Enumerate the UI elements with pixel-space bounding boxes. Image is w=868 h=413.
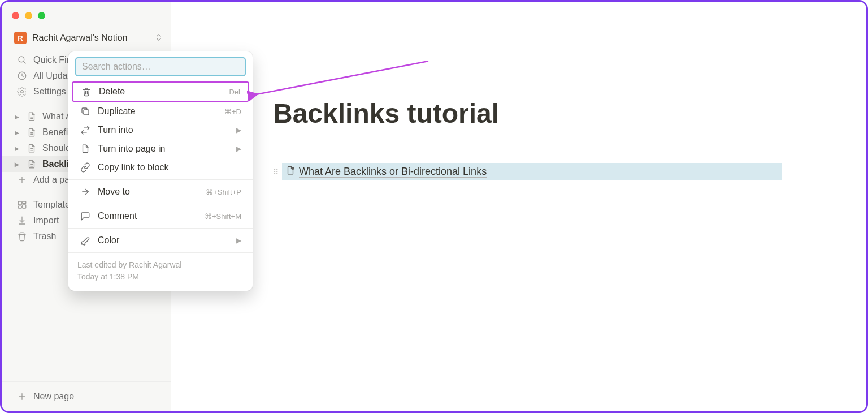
keyboard-shortcut: ⌘+D [224,107,241,116]
page-title[interactable]: Backlinks tutorial [273,98,810,129]
context-menu-item-label: Copy link to block [98,162,235,173]
context-menu-item-label: Delete [99,87,222,97]
sidebar-item-label: Settings [33,87,66,97]
svg-rect-15 [23,201,26,204]
app-window: R Rachit Agarwal's Notion Quick Find All… [0,0,868,413]
page-content: Backlinks tutorial ⠿ What Are Backlinks … [171,2,866,411]
keyboard-shortcut: ⌘+Shift+M [205,212,241,221]
context-menu-item-label: Duplicate [98,106,218,117]
page-link-icon [285,165,296,178]
last-edited-by: Last edited by Rachit Agarwal [77,259,244,271]
workspace-name: Rachit Agarwal's Notion [32,33,149,43]
context-menu-item-turn-into-page-in[interactable]: Turn into page in▶ [72,140,249,158]
drag-handle-icon[interactable]: ⠿ [273,167,277,177]
context-menu-item-delete[interactable]: DeleteDel [72,81,249,102]
caret-right-icon[interactable]: ▶ [13,161,21,167]
context-menu-search-input[interactable] [75,57,246,76]
page-icon [27,111,37,122]
minimize-window-button[interactable] [25,12,32,19]
duplicate-icon [80,106,91,117]
svg-rect-24 [84,110,89,115]
sidebar-item-label: Trash [33,231,56,242]
linked-page-block[interactable]: What Are Backlinks or Bi-directional Lin… [282,163,782,180]
search-icon [16,55,28,65]
context-menu-item-turn-into[interactable]: Turn into▶ [72,121,249,139]
menu-divider [68,204,253,204]
arrow-icon [80,187,91,197]
chevron-right-icon: ▶ [236,126,241,134]
linked-page-title: What Are Backlinks or Bi-directional Lin… [299,166,487,178]
close-window-button[interactable] [12,12,19,19]
context-menu-item-label: Turn into [98,125,229,135]
chevron-right-icon: ▶ [236,145,241,153]
caret-right-icon[interactable]: ▶ [13,114,21,120]
clock-icon [16,71,28,81]
block-context-menu: DeleteDelDuplicate⌘+DTurn into▶Turn into… [68,51,253,291]
page-icon [27,127,37,137]
window-controls [2,10,171,28]
download-icon [16,216,28,226]
menu-divider [68,228,253,229]
context-menu-item-move-to[interactable]: Move to⌘+Shift+P [72,183,249,201]
context-menu-item-label: Comment [98,211,198,221]
chevron-updown-icon [154,33,163,44]
page-block-row: ⠿ What Are Backlinks or Bi-directional L… [273,163,782,180]
maximize-window-button[interactable] [38,12,45,19]
workspace-switcher[interactable]: R Rachit Agarwal's Notion [2,28,171,48]
link-icon [80,162,91,173]
gear-icon [16,87,28,97]
color-icon [80,235,91,246]
page-icon [27,143,37,153]
context-menu-item-label: Move to [98,187,199,197]
workspace-badge: R [14,32,27,44]
svg-rect-17 [18,206,21,208]
context-menu-item-color[interactable]: Color▶ [72,231,249,249]
keyboard-shortcut: Del [229,88,240,96]
templates-icon [16,200,28,210]
page-icon [80,144,91,154]
menu-divider [68,179,253,180]
context-menu-item-copy-link-to-block[interactable]: Copy link to block [72,158,249,177]
plus-icon [16,392,28,402]
svg-rect-14 [18,201,21,205]
caret-right-icon[interactable]: ▶ [13,130,21,136]
chevron-right-icon: ▶ [236,236,241,244]
sidebar-new-page[interactable]: New page [2,389,171,405]
svg-line-1 [24,62,25,63]
context-menu-item-label: Color [98,235,229,246]
svg-point-3 [21,91,24,93]
sidebar-item-label: New page [33,392,74,402]
last-edited-time: Today at 1:38 PM [77,271,244,283]
caret-right-icon[interactable]: ▶ [13,145,21,152]
comment-icon [80,211,91,221]
svg-rect-16 [23,205,26,208]
context-menu-item-label: Turn into page in [98,144,229,154]
menu-divider [68,252,253,253]
page-icon [27,159,37,169]
context-menu-item-duplicate[interactable]: Duplicate⌘+D [72,102,249,121]
trash-icon [81,87,92,97]
context-menu-item-comment[interactable]: Comment⌘+Shift+M [72,207,249,225]
trash-icon [16,231,28,242]
keyboard-shortcut: ⌘+Shift+P [206,188,241,196]
transform-icon [80,125,91,135]
context-menu-footer: Last edited by Rachit Agarwal Today at 1… [68,256,253,287]
plus-icon [16,175,28,185]
sidebar-item-label: Import [33,216,59,226]
